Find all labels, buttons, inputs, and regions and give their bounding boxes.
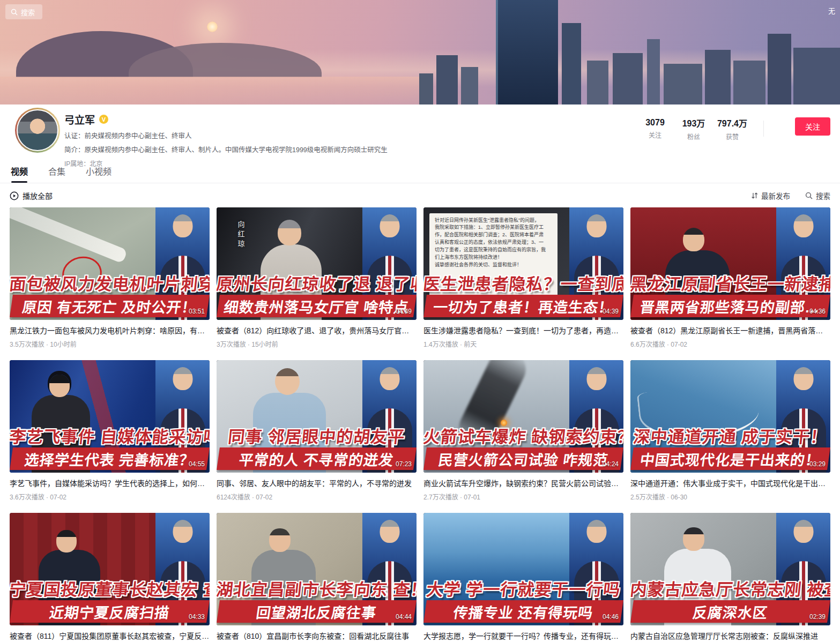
duration-badge: 04:55: [189, 460, 205, 468]
scene-shape: [275, 368, 300, 395]
overlay-subline: 细数贵州落马女厅官 啥特点: [217, 295, 417, 317]
profile-stats: 3079 关注 193万 粉丝 797.4万 获赞: [636, 116, 776, 141]
overlay-subline: 传播专业 还有得玩吗: [423, 600, 623, 623]
video-title[interactable]: 被查者（812）向红琼收了退、退了收，贵州落马女厅官们，啥特点: [217, 325, 417, 335]
video-thumbnail[interactable]: 面包被风力发电机叶片刺穿 原因 有无死亡 及时公开！ 03:51: [10, 207, 210, 320]
duration-badge: 04:33: [189, 613, 205, 621]
video-title[interactable]: 深中通道开通：伟大事业成于实干，中国式现代化是干出来的！: [630, 477, 830, 488]
overlay-subline: 中国式现代化是干出来的！: [630, 447, 830, 470]
video-title[interactable]: 被查者（810）宜昌副市长李向东被查：回看湖北反腐往事: [217, 630, 417, 641]
video-thumbnail[interactable]: 深中通道开通 成于实干！ 中国式现代化是干出来的！ 03:29: [630, 360, 830, 473]
video-card[interactable]: 李艺飞事件 自媒体能采访吗 选择学生代表 完善标准？ 04:55 李艺飞事件，自…: [10, 360, 210, 501]
play-circle-icon: [10, 191, 19, 200]
video-title[interactable]: 李艺飞事件，自媒体能采访吗？学生代表的选择上，如何完善标准？: [10, 477, 210, 488]
video-card[interactable]: 火箭试车爆炸 缺钢索约束？ 民营火箭公司试验 咋规范 04:24 商业火箭试车升…: [423, 360, 623, 501]
stat-followers[interactable]: 193万 粉丝: [674, 116, 713, 141]
overlay-subline: 反腐深水区: [630, 600, 830, 623]
tab-videos[interactable]: 视频: [10, 161, 29, 183]
video-meta: 2.5万次播放 · 06-30: [630, 492, 830, 501]
overlay-headline: 大学 学一行就要干一行吗: [423, 576, 623, 600]
video-card[interactable]: 湖北宜昌副市长李向东 查！ 回望湖北反腐往事 04:44 被查者（810）宜昌副…: [217, 513, 417, 642]
overlay-subline: 晋黑两省那些落马的副部…: [630, 295, 830, 317]
sort-latest-button[interactable]: 最新发布: [751, 190, 790, 201]
video-card[interactable]: 针对近日网传孙某新医生“泄露患者隐私”的问题， 我院采取如下措施：1、立即暂停孙…: [423, 207, 623, 348]
banner-building: [419, 73, 433, 104]
video-title[interactable]: 内蒙古自治区应急管理厅厅长常志刚被查：反腐纵深推进: [630, 630, 830, 641]
video-title[interactable]: 被查者（811）宁夏国投集团原董事长赵其宏被查，宁夏反腐综述: [10, 630, 210, 641]
video-title[interactable]: 被查者（812）黑龙江原副省长王一新逮捕，晋黑两省落马的副部...: [630, 325, 830, 335]
video-title[interactable]: 黑龙江铁力一面包车被风力发电机叶片刺穿：啥原因，有无死亡？: [10, 325, 210, 335]
duration-badge: 04:39: [603, 308, 619, 315]
profile-header: 弓立军 V 认证：前央媒视频内参中心副主任、终审人 简介：原央媒视频内参中心副主…: [0, 104, 840, 158]
banner-building: [664, 64, 702, 104]
video-thumbnail[interactable]: 湖北宜昌副市长李向东 查！ 回望湖北反腐往事 04:44: [217, 513, 417, 625]
video-card[interactable]: 宁夏国投原董事长赵其宏 查 近期宁夏反腐扫描 04:33 被查者（811）宁夏国…: [10, 513, 210, 642]
overlay-subline: 选择学生代表 完善标准？: [10, 447, 210, 470]
video-card[interactable]: 黑龙江原副省长王一新逮捕 晋黑两省那些落马的副部… 04:36 被查者（812）…: [630, 207, 830, 348]
scene-shape: [278, 220, 301, 245]
video-title[interactable]: 医生涉嫌泄露患者隐私？一查到底！一切为了患者，再造生态！: [423, 325, 623, 335]
video-title[interactable]: 大学报志愿，学一行就要干一行吗？传播专业，还有得玩吗？: [423, 630, 623, 641]
video-title[interactable]: 同事、邻居、友人眼中的胡友平：平常的人，不寻常的迸发: [217, 477, 417, 488]
video-meta: 1.4万次播放 · 前天: [423, 339, 623, 348]
accessibility-link[interactable]: 无: [828, 5, 840, 16]
duration-badge: 04:46: [603, 613, 619, 621]
video-card[interactable]: 深中通道开通 成于实干！ 中国式现代化是干出来的！ 03:29 深中通道开通：伟…: [630, 360, 830, 501]
scene-shape: [49, 375, 70, 397]
video-thumbnail[interactable]: 针对近日网传孙某新医生“泄露患者隐私”的问题， 我院采取如下措施：1、立即暂停孙…: [423, 207, 623, 320]
duration-badge: 03:51: [189, 308, 205, 315]
overlay-headline: 宁夏国投原董事长赵其宏 查: [10, 576, 210, 600]
follow-button[interactable]: 关注: [795, 117, 830, 136]
overlay-headline: 火箭试车爆炸 缺钢索约束？: [423, 423, 623, 447]
search-placeholder: 搜索: [21, 7, 35, 17]
duration-badge: 04:49: [396, 308, 412, 315]
user-name: 弓立军: [64, 112, 95, 126]
video-thumbnail[interactable]: 火箭试车爆炸 缺钢索约束？ 民营火箭公司试验 咋规范 04:24: [423, 360, 623, 473]
banner-building: [613, 53, 643, 104]
overlay-subline: 回望湖北反腐往事: [217, 600, 417, 623]
video-card[interactable]: 向红琼 原州长向红琼收了退 退了收 细数贵州落马女厅官 啥特点 04:49 被查…: [217, 207, 417, 348]
duration-badge: 03:29: [809, 460, 826, 468]
video-card[interactable]: 内蒙古应急厅长常志刚 被查 反腐深水区 02:39 内蒙古自治区应急管理厅厅长常…: [630, 513, 830, 642]
banner-building: [733, 61, 765, 104]
tab-collections[interactable]: 合集: [47, 161, 66, 183]
global-search-input[interactable]: 搜索: [5, 4, 42, 19]
video-thumbnail[interactable]: 宁夏国投原董事长赵其宏 查 近期宁夏反腐扫描 04:33: [10, 513, 210, 625]
ip-location: IP属地：北京: [64, 159, 840, 168]
overlay-subline: 民营火箭公司试验 咋规范: [423, 447, 623, 470]
scene-shape: [269, 528, 291, 552]
video-title[interactable]: 商业火箭试车升空爆炸，缺钢索约束？民营火箭公司试验，咋规范？: [423, 477, 623, 488]
scene-label: 向红琼: [235, 221, 246, 250]
overlay-headline: 医生泄患者隐私？一查到底: [423, 271, 623, 295]
duration-badge: 04:36: [809, 308, 826, 315]
video-thumbnail[interactable]: 向红琼 原州长向红琼收了退 退了收 细数贵州落马女厅官 啥特点 04:49: [217, 207, 417, 320]
avatar[interactable]: [15, 108, 60, 153]
overlay-headline: 面包被风力发电机叶片刺穿: [10, 271, 210, 295]
banner-building: [793, 48, 840, 104]
verified-badge-icon: V: [99, 115, 108, 124]
stat-following[interactable]: 3079 关注: [636, 118, 674, 139]
scene-shape: [10, 207, 128, 264]
scene-shape: [683, 527, 704, 551]
video-thumbnail[interactable]: 大学 学一行就要干一行吗 传播专业 还有得玩吗 04:46: [423, 513, 623, 625]
video-thumbnail[interactable]: 内蒙古应急厅长常志刚 被查 反腐深水区 02:39: [630, 513, 830, 625]
video-card[interactable]: 同事 邻居眼中的胡友平 平常的人 不寻常的迸发 07:23 同事、邻居、友人眼中…: [217, 360, 417, 501]
video-card[interactable]: 大学 学一行就要干一行吗 传播专业 还有得玩吗 04:46 大学报志愿，学一行就…: [423, 513, 623, 642]
divider: [763, 121, 764, 137]
video-meta: 2.7万次播放 · 07-01: [423, 492, 623, 501]
tab-short-videos[interactable]: 小视频: [85, 161, 113, 183]
search-icon: [11, 9, 18, 16]
play-all-button[interactable]: 播放全部: [10, 190, 53, 201]
video-thumbnail[interactable]: 黑龙江原副省长王一新逮捕 晋黑两省那些落马的副部… 04:36: [630, 207, 830, 320]
video-thumbnail[interactable]: 李艺飞事件 自媒体能采访吗 选择学生代表 完善标准？ 04:55: [10, 360, 210, 473]
video-search-button[interactable]: 搜索: [805, 190, 830, 201]
banner-building: [768, 34, 791, 104]
overlay-headline: 湖北宜昌副市长李向东 查！: [217, 576, 417, 600]
overlay-headline: 黑龙江原副省长王一新逮捕: [630, 271, 830, 295]
video-card[interactable]: 面包被风力发电机叶片刺穿 原因 有无死亡 及时公开！ 03:51 黑龙江铁力一面…: [10, 207, 210, 348]
video-thumbnail[interactable]: 同事 邻居眼中的胡友平 平常的人 不寻常的迸发 07:23: [217, 360, 417, 473]
banner-sun: [207, 21, 218, 32]
overlay-headline: 原州长向红琼收了退 退了收: [217, 271, 417, 295]
stat-likes[interactable]: 797.4万 获赞: [713, 116, 752, 141]
bio-text: 简介：原央媒视频内参中心副主任、终审人、制片人。中国传媒大学电视学院1999级电…: [64, 144, 840, 154]
